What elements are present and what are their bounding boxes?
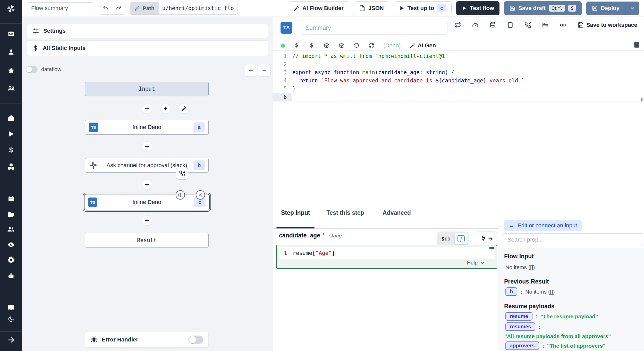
apps-icon[interactable] [0,29,22,39]
save-draft-button[interactable]: Save draft Ctrl S [504,1,582,15]
test-flow-button[interactable]: Test flow [456,1,499,15]
code-line[interactable]: 2 [273,61,644,69]
mock-icon[interactable] [507,22,514,28]
expand-rail-icon[interactable] [0,335,22,345]
prop-badge-approvers[interactable]: approvers [505,341,539,350]
code-line[interactable]: 4 return `Flow was approved and candidat… [273,77,644,85]
code-line[interactable]: 1// import * as wmill from "npm:windmill… [273,52,644,61]
line-number: 4 [273,77,292,85]
step-node-b[interactable]: Ask channel for approval (slack) b [85,158,209,173]
reload-language-icon[interactable] [368,42,375,49]
sleep-icon[interactable] [542,22,549,28]
test-up-to-step-badge: c [437,4,446,12]
add-step-button[interactable] [142,141,152,152]
line-number: 2 [273,61,292,69]
slack-icon [89,161,97,169]
star-icon[interactable] [0,65,22,76]
step-summary-input[interactable] [301,21,447,35]
input-mode-toggle: ${} f [437,232,469,246]
reset-icon[interactable] [353,42,360,49]
edit-or-connect-button[interactable]: ← Edit or connect an input [504,220,582,231]
add-trigger-button[interactable] [160,104,171,114]
deploy-more-button[interactable] [625,2,639,15]
code-line[interactable]: 5} [273,85,644,93]
path-value-input[interactable]: u/henri/optimistic_flo [159,2,238,14]
search-prop-input[interactable] [503,233,644,246]
all-static-inputs-card[interactable]: All Static Inputs [27,40,268,56]
retry-icon[interactable] [454,22,461,28]
variables-icon[interactable] [309,42,315,49]
blocks-icon[interactable] [0,161,22,172]
prop-badge-resumes[interactable]: resumes [505,322,535,331]
template-mode-option[interactable]: ${} [438,236,454,242]
error-handler-toggle[interactable] [188,336,203,344]
flow-summary-input[interactable] [27,2,94,14]
library-icon[interactable] [633,41,640,48]
calendar-icon[interactable] [0,194,22,204]
home-icon[interactable] [0,113,22,123]
expression-line[interactable]: 1 resume["Age"] [279,247,495,259]
folder-icon[interactable] [0,209,22,219]
play-icon [462,6,467,11]
undo-button[interactable] [99,2,112,14]
shared-dir-icon[interactable] [560,21,567,29]
test-up-to-button[interactable]: Test up to c [394,1,452,15]
step-node-c-selected[interactable]: TS Inline Deno c [84,194,210,210]
input-node[interactable]: Input [85,82,209,96]
gear-icon[interactable] [0,255,22,265]
tab-advanced[interactable]: Advanced [383,209,411,216]
move-node-button[interactable] [176,190,185,200]
deploy-button[interactable]: Deploy [586,2,625,15]
code-line[interactable]: 6 [273,93,644,102]
tab-step-input[interactable]: Step Input [281,209,310,216]
suspend-icon[interactable] [524,22,531,28]
users-icon[interactable] [0,83,22,94]
add-step-button[interactable] [142,215,152,226]
cache-icon[interactable] [489,22,496,28]
runtime-label: (Deno) [383,42,401,49]
settings-card[interactable]: Settings [27,24,268,38]
robot-icon[interactable] [0,271,22,281]
prop-badge-resume[interactable]: resume [505,312,532,321]
dollar-icon[interactable] [0,145,22,155]
ai-add-button[interactable] [179,104,189,114]
step-tabs: Step Input Test this step Advanced [273,202,498,229]
help-link[interactable]: Help [467,260,485,266]
dark-mode-icon[interactable] [0,314,22,324]
add-step-button[interactable] [142,179,152,190]
redo-button[interactable] [112,2,125,14]
static-inputs-icon[interactable] [294,42,300,49]
resource-type-icon[interactable] [338,42,345,49]
eye-icon[interactable] [0,239,22,250]
user-icon[interactable] [0,47,22,57]
windmill-logo[interactable] [0,3,22,15]
save-to-workspace-button[interactable]: Save to workspace [578,22,637,28]
code-line[interactable]: 3export async function main(candidate_ag… [273,69,644,77]
error-handler-node[interactable]: Error Handler [85,332,209,348]
timeout-gauge-icon[interactable] [472,22,479,28]
ai-gen-button[interactable]: AI Gen [409,42,436,49]
groups-icon[interactable] [0,224,22,235]
javascript-mode-option[interactable]: f [455,233,468,244]
resource-icon[interactable] [324,42,330,49]
docs-icon[interactable] [0,302,22,313]
connect-input-button[interactable] [476,232,497,246]
result-node[interactable]: Result [85,233,209,247]
input-expression-editor[interactable]: 1 resume["Age"] Help [276,245,497,269]
save-icon [510,5,515,11]
step-node-a[interactable]: TS Inline Deno a [85,120,209,135]
plus-icon [144,218,150,223]
prop-badge-b[interactable]: b [505,287,517,296]
zoom-out-button[interactable]: − [258,64,270,76]
dataflow-toggle[interactable] [26,66,38,73]
add-step-button[interactable] [142,104,152,114]
ai-flow-builder-button[interactable]: AI Flow Builder [288,1,349,15]
zoom-in-button[interactable]: + [245,64,257,76]
chevron-down-icon [630,5,635,11]
code-editor[interactable]: 1// import * as wmill from "npm:windmill… [273,52,644,101]
move-icon [178,192,183,198]
json-button[interactable]: JSON [354,1,389,15]
tab-test-this-step[interactable]: Test this step [326,209,364,216]
delete-node-button[interactable] [196,190,205,200]
play-icon[interactable] [0,129,22,139]
